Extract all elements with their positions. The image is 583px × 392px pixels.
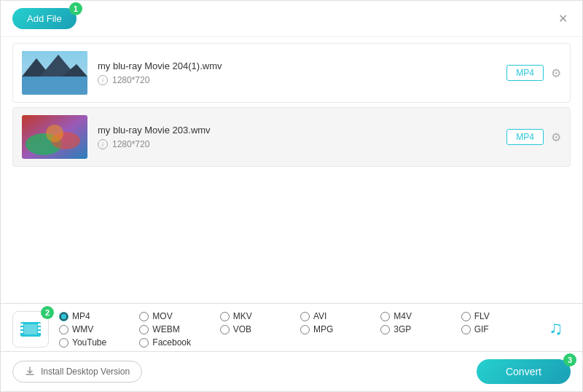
file-resolution: 1280*720: [112, 75, 149, 85]
format-badge[interactable]: MP4: [506, 129, 544, 145]
film-icon: [19, 318, 42, 341]
file-info: my blu-ray Movie 204(1).wmv i 1280*720: [98, 60, 506, 85]
convert-button[interactable]: Convert 3: [477, 359, 571, 384]
format-option-facebook[interactable]: Facebook: [139, 337, 219, 348]
svg-rect-16: [24, 324, 37, 334]
format-option-m4v[interactable]: M4V: [380, 311, 461, 321]
format-option-wmv[interactable]: WMV: [59, 324, 139, 334]
file-resolution: 1280*720: [112, 139, 149, 149]
file-meta: i 1280*720: [98, 139, 506, 149]
install-desktop-button[interactable]: Install Desktop Version: [12, 361, 142, 383]
close-icon: ✕: [558, 12, 568, 25]
file-thumbnail: [22, 51, 87, 95]
settings-icon[interactable]: ⚙: [551, 130, 561, 144]
svg-rect-11: [20, 327, 23, 329]
add-file-button[interactable]: Add File 1: [12, 8, 77, 29]
file-name: my blu-ray Movie 203.wmv: [98, 125, 506, 136]
file-actions: MP4 ⚙: [506, 129, 561, 145]
svg-rect-10: [20, 324, 23, 326]
music-icon[interactable]: ♫: [549, 316, 571, 342]
svg-text:♫: ♫: [549, 317, 563, 338]
add-file-label: Add File: [27, 13, 62, 24]
format-options-grid: MP4 MOV MKV AVI M4V FLV WMV WEBM VOB MPG: [59, 311, 541, 348]
svg-rect-15: [38, 331, 41, 333]
format-option-mp4[interactable]: MP4: [59, 311, 139, 321]
header: Add File 1 ✕: [1, 1, 582, 37]
format-option-webm[interactable]: WEBM: [139, 324, 219, 334]
format-panel: 2 MP4 MOV MKV AVI M4V FLV: [1, 303, 582, 355]
file-item: my blu-ray Movie 203.wmv i 1280*720 MP4 …: [12, 107, 571, 167]
install-label: Install Desktop Version: [41, 366, 130, 377]
svg-rect-13: [38, 324, 41, 326]
video-format-button[interactable]: 2: [12, 311, 49, 348]
format-option-gif[interactable]: GIF: [461, 324, 541, 334]
format-option-mov[interactable]: MOV: [139, 311, 219, 321]
svg-point-8: [46, 125, 63, 142]
convert-label: Convert: [506, 366, 541, 377]
file-meta: i 1280*720: [98, 75, 506, 85]
footer: Install Desktop Version Convert 3: [1, 351, 582, 391]
format-option-youtube[interactable]: YouTube: [59, 337, 139, 348]
file-info: my blu-ray Movie 203.wmv i 1280*720: [98, 125, 506, 149]
convert-badge: 3: [563, 353, 576, 366]
format-badge[interactable]: MP4: [506, 65, 544, 81]
format-option-avi[interactable]: AVI: [300, 311, 380, 321]
format-option-vob[interactable]: VOB: [220, 324, 300, 334]
thumbnail-image: [22, 51, 87, 95]
format-option-mkv[interactable]: MKV: [220, 311, 300, 321]
music-note-icon: ♫: [549, 316, 571, 338]
close-button[interactable]: ✕: [555, 9, 571, 28]
format-option-mpg[interactable]: MPG: [300, 324, 380, 334]
format-panel-badge: 2: [41, 306, 54, 319]
add-file-badge: 1: [69, 2, 82, 15]
file-list: my blu-ray Movie 204(1).wmv i 1280*720 M…: [1, 37, 582, 177]
svg-rect-1: [22, 77, 87, 95]
file-item: my blu-ray Movie 204(1).wmv i 1280*720 M…: [12, 43, 571, 103]
file-thumbnail: [22, 115, 87, 159]
svg-rect-12: [20, 331, 23, 333]
settings-icon[interactable]: ⚙: [551, 66, 561, 80]
file-actions: MP4 ⚙: [506, 65, 561, 81]
download-icon: [25, 366, 35, 377]
format-option-3gp[interactable]: 3GP: [380, 324, 461, 334]
svg-rect-14: [38, 327, 41, 329]
format-option-flv[interactable]: FLV: [461, 311, 541, 321]
file-name: my blu-ray Movie 204(1).wmv: [98, 60, 506, 71]
info-icon: i: [98, 75, 108, 85]
info-icon: i: [98, 139, 108, 149]
